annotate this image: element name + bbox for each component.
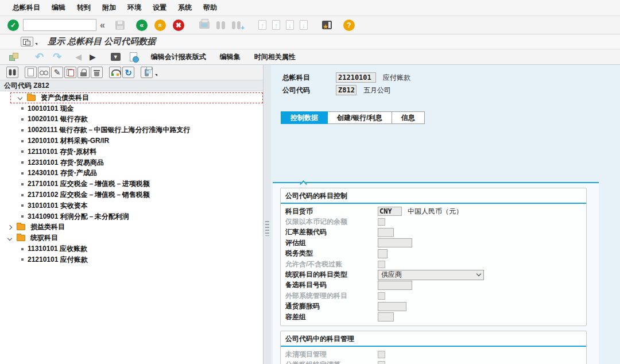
tree-node-account[interactable]: 10020101 银行存款 [0, 114, 263, 125]
menu-gl-account[interactable]: 总帐科目 [13, 3, 40, 13]
control-data-tab-content: 公司代码的科目控制 科目货币中国人民币（元） 仅限以本币记的余额 汇率差额代码 … [273, 183, 599, 364]
tree-node-label: 10020111 银行存款－中国银行上海分行淮海中路支行 [28, 125, 190, 135]
last-page-icon[interactable]: ↓ [300, 20, 308, 30]
command-input[interactable] [23, 19, 96, 31]
tax-category-input[interactable] [378, 249, 388, 258]
question-icon: ? [347, 22, 351, 29]
exit-button[interactable]: « [154, 20, 166, 31]
menu-help[interactable]: 帮助 [203, 3, 217, 13]
first-page-icon[interactable]: ↑ [258, 20, 266, 30]
tree-delete-button[interactable] [91, 67, 103, 78]
title-bar: 显示 总帐科目 公司代码数据 [0, 34, 620, 49]
ledger-group-clearing-checkbox[interactable] [378, 361, 385, 364]
page-up-icon[interactable]: ↑ [272, 20, 280, 30]
tree-node-account[interactable]: 10020111 银行存款－中国银行上海分行淮海中路支行 [0, 125, 263, 135]
tree-node-account[interactable]: 10010101 现金 [0, 103, 263, 114]
tree-node-account[interactable]: 12430101 存货-产成品 [0, 168, 263, 179]
tree-node-folder[interactable]: 损益类科目 [0, 222, 263, 233]
redo-icon[interactable]: ↷ [53, 52, 61, 62]
tree-refresh-button[interactable]: ↻ [122, 67, 134, 78]
tree-block-button[interactable] [78, 67, 90, 78]
help-button[interactable]: ? [343, 20, 355, 31]
alternative-account-number-input[interactable] [378, 281, 412, 290]
tab-control-data[interactable]: 控制数据 [281, 111, 328, 124]
tree-copy-button[interactable] [64, 67, 76, 78]
menu-goto[interactable]: 转到 [77, 3, 91, 13]
tree-display-button[interactable] [38, 67, 50, 78]
valuation-group-input[interactable] [378, 238, 412, 247]
menu-settings[interactable]: 设置 [153, 3, 166, 13]
field-label: 科目货币 [285, 207, 378, 216]
tree-find-button[interactable] [6, 67, 18, 78]
account-currency-input[interactable] [378, 207, 402, 216]
call-transaction-icon[interactable]: ▼ [111, 53, 121, 61]
menu-edit[interactable]: 编辑 [52, 3, 65, 13]
save-icon[interactable] [115, 21, 125, 30]
tree-edit-button[interactable]: ✎ [51, 67, 63, 78]
tree-node-account[interactable]: 21210101 应付账款 [0, 254, 263, 265]
tree-node-account[interactable]: 12010101 材料采购-GR/IR [0, 135, 263, 146]
print-dropdown-icon[interactable] [155, 74, 157, 76]
chevron-right-icon[interactable] [7, 225, 12, 230]
field-label: 容差组 [285, 312, 378, 322]
exchange-rate-difference-key-input[interactable] [378, 228, 394, 237]
posting-without-tax-checkbox[interactable] [378, 261, 385, 268]
document-globe-icon[interactable] [130, 52, 137, 61]
menu-system[interactable]: 系统 [178, 3, 192, 13]
tree-node-label: 资产负债类科目 [41, 93, 89, 103]
title-dropdown-icon[interactable] [35, 43, 37, 45]
new-document-icon [28, 68, 34, 76]
tree-print-button[interactable] [141, 67, 153, 78]
print-icon[interactable] [199, 21, 210, 29]
edit-set-button[interactable]: 编辑集 [220, 52, 241, 62]
tree-node-account[interactable]: 31010101 实收资本 [0, 200, 263, 211]
find-next-icon[interactable]: + [231, 21, 241, 29]
tolerance-group-input[interactable] [378, 312, 394, 322]
local-currency-balances-checkbox[interactable] [378, 218, 385, 226]
back-button[interactable]: « [136, 20, 148, 31]
tree-node-account[interactable]: 11310101 应收账款 [0, 243, 263, 254]
tree-node-account[interactable]: 31410901 利润分配－未分配利润 [0, 211, 263, 222]
collapse-command-icon[interactable]: « [100, 20, 105, 30]
tree-node-account[interactable]: 21710102 应交税金－增值税－销售税额 [0, 189, 263, 200]
bullet-icon [21, 194, 24, 196]
application-toolbar: ↶ ↷ ◀ ▶ ▼ 编辑会计报表版式 编辑集 时间相关属性 [0, 49, 620, 65]
bullet-icon [21, 150, 24, 153]
chevron-down-icon[interactable] [18, 95, 22, 100]
time-dependent-attributes-button[interactable]: 时间相关属性 [254, 52, 296, 62]
edit-financial-statement-version-button[interactable]: 编辑会计报表版式 [151, 52, 206, 62]
tree-node-folder[interactable]: 统驭科目 [0, 233, 263, 243]
recon-account-type-select[interactable]: 供应商 [378, 270, 484, 280]
external-system-account-checkbox[interactable] [378, 292, 385, 300]
tree-create-button[interactable] [25, 67, 37, 78]
lock-icon [80, 69, 87, 76]
tab-create-bank-interest[interactable]: 创建/银行/利息 [327, 111, 392, 124]
gui-services-icon[interactable] [21, 37, 33, 47]
tree-node-account[interactable]: 12310101 存货-贸易商品 [0, 157, 263, 168]
tree-node-label: 21710102 应交税金－增值税－销售税额 [28, 190, 150, 200]
find-icon[interactable] [216, 21, 226, 29]
cancel-button[interactable]: ✖ [173, 20, 184, 31]
menu-extras[interactable]: 附加 [102, 3, 116, 13]
create-shortcut-icon[interactable]: ★ [322, 21, 332, 29]
next-account-icon[interactable]: ▶ [90, 52, 96, 61]
undo-icon[interactable]: ↶ [35, 52, 44, 62]
panel-splitter[interactable] [264, 65, 271, 364]
detail-header: 总帐科目 21210101 应付账款 公司代码 Z812 五月公司 [271, 65, 620, 96]
open-item-management-checkbox[interactable] [378, 351, 385, 358]
splitter-grip-icon[interactable] [265, 221, 269, 236]
enter-button[interactable]: ✓ [7, 20, 19, 31]
org-blocks-icon[interactable] [9, 53, 19, 61]
page-down-icon[interactable]: ↓ [286, 20, 294, 30]
group-account-control: 公司代码的科目控制 科目货币中国人民币（元） 仅限以本币记的余额 汇率差额代码 … [280, 188, 587, 326]
previous-account-icon[interactable]: ◀ [75, 52, 82, 61]
tree-node-account[interactable]: 12110101 存货-原材料 [0, 146, 263, 157]
account-tree: 资产负债类科目 10010101 现金 10020101 银行存款 100201… [0, 91, 263, 364]
menu-environment[interactable]: 环境 [127, 3, 141, 13]
tree-node-folder[interactable]: 资产负债类科目 [10, 92, 263, 103]
tree-assign-button[interactable] [109, 67, 121, 78]
inflation-key-input[interactable] [378, 302, 406, 311]
tree-node-account[interactable]: 21710101 应交税金－增值税－进项税额 [0, 179, 263, 189]
tab-information[interactable]: 信息 [392, 111, 425, 124]
chevron-down-icon[interactable] [7, 236, 12, 241]
